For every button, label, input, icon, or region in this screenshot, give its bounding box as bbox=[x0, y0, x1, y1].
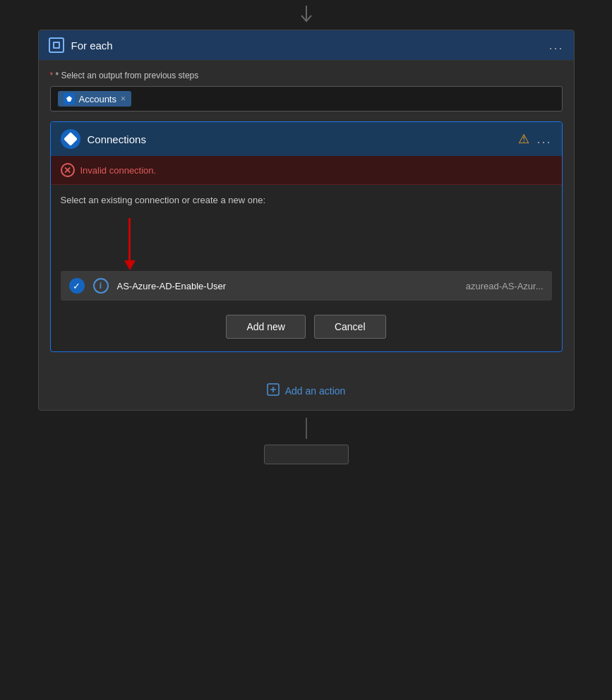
red-arrow-indicator bbox=[61, 218, 552, 270]
accounts-tag: Accounts × bbox=[58, 91, 132, 107]
error-bar: ✕ Invalid connection. bbox=[51, 156, 562, 185]
connections-title: Connections bbox=[88, 133, 512, 145]
for-each-container: For each ... * * Select an output from p… bbox=[38, 30, 575, 411]
cancel-button[interactable]: Cancel bbox=[314, 315, 386, 339]
for-each-icon bbox=[49, 37, 64, 53]
tag-input-area[interactable]: Accounts × bbox=[50, 86, 563, 111]
connections-menu-button[interactable]: ... bbox=[536, 132, 551, 147]
for-each-header: For each ... bbox=[39, 30, 574, 61]
connections-logo bbox=[61, 129, 80, 149]
add-action-text[interactable]: Add an action bbox=[285, 385, 346, 397]
connections-body: Select an existing connection or create … bbox=[51, 185, 562, 351]
select-output-label: * * Select an output from previous steps bbox=[50, 71, 563, 80]
for-each-body: * * Select an output from previous steps… bbox=[39, 61, 574, 372]
connection-row[interactable]: ✓ i AS-Azure-AD-Enable-User azuread-AS-A… bbox=[61, 271, 552, 301]
flow-arrow-top bbox=[299, 0, 314, 30]
for-each-title: For each bbox=[71, 40, 549, 52]
connections-header: Connections ⚠ ... bbox=[51, 122, 562, 156]
add-action-footer[interactable]: Add an action bbox=[39, 372, 574, 410]
connections-panel: Connections ⚠ ... ✕ Invalid connection. … bbox=[50, 121, 563, 352]
tag-icon bbox=[64, 93, 75, 104]
connection-name: AS-Azure-AD-Enable-User bbox=[117, 281, 457, 291]
connection-id: azuread-AS-Azur... bbox=[466, 281, 544, 291]
info-circle[interactable]: i bbox=[93, 278, 109, 294]
bottom-connector bbox=[264, 418, 349, 464]
add-new-button[interactable]: Add new bbox=[226, 315, 305, 339]
warning-icon: ⚠ bbox=[518, 131, 529, 147]
error-icon: ✕ bbox=[61, 163, 75, 177]
buttons-area: Add new Cancel bbox=[61, 301, 552, 351]
select-existing-text: Select an existing connection or create … bbox=[61, 195, 552, 205]
tag-close-button[interactable]: × bbox=[121, 94, 126, 104]
error-text: Invalid connection. bbox=[80, 165, 157, 176]
check-circle: ✓ bbox=[69, 278, 85, 294]
svg-marker-1 bbox=[66, 96, 72, 102]
add-action-icon bbox=[267, 383, 280, 399]
for-each-menu-button[interactable]: ... bbox=[548, 38, 563, 53]
